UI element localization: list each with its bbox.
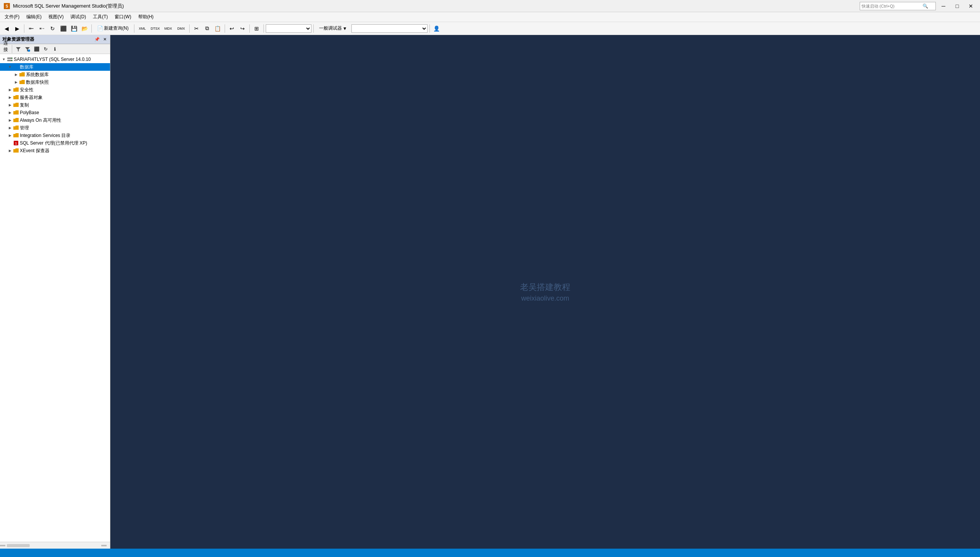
expand-icon-server-objects[interactable]: ▶: [7, 94, 13, 101]
expand-icon-polybase[interactable]: ▶: [7, 109, 13, 116]
toolbar-separator-5: [225, 24, 225, 33]
node-icon-management: [13, 125, 19, 131]
maximize-button[interactable]: □: [951, 2, 963, 10]
connect-button[interactable]: [26, 24, 36, 34]
node-icon-server-objects: [13, 94, 19, 101]
forward-button[interactable]: ▶: [12, 24, 22, 34]
node-label-management: 管理: [20, 125, 29, 131]
minimize-button[interactable]: ─: [938, 2, 949, 10]
database-selector[interactable]: [266, 24, 312, 33]
tree-node-sys-databases[interactable]: ▶ 系统数据库: [0, 71, 110, 78]
oe-filter-button[interactable]: [14, 45, 23, 53]
tree-node-always-on[interactable]: ▶ Always On 高可用性: [0, 116, 110, 124]
watermark-line1: 老吴搭建教程: [520, 282, 570, 293]
redo-button[interactable]: ↪: [238, 24, 247, 34]
dmx-button[interactable]: DMX: [175, 24, 187, 34]
expand-icon-management[interactable]: ▶: [7, 125, 13, 131]
tree-node-integration-services[interactable]: ▶ Integration Services 目录: [0, 132, 110, 139]
menu-item-window[interactable]: 窗口(W): [111, 13, 134, 21]
expand-icon-replication[interactable]: ▶: [7, 102, 13, 108]
new-query-button[interactable]: 📄 新建查询(N): [94, 24, 132, 34]
node-icon-server: [7, 56, 13, 62]
title-bar-left: S Microsoft SQL Server Management Studio…: [3, 2, 124, 10]
quick-search-input[interactable]: [862, 4, 923, 8]
svg-rect-3: [39, 28, 41, 29]
oe-horizontal-scrollbar[interactable]: [0, 542, 110, 549]
oe-pin-icon[interactable]: 📌: [94, 36, 100, 42]
undo-button[interactable]: ↩: [227, 24, 237, 34]
tree-node-db-snapshots[interactable]: ▶ 数据库快照: [0, 78, 110, 86]
node-label-always-on: Always On 高可用性: [20, 117, 61, 124]
toolbar-separator-2: [91, 24, 92, 33]
tree-node-sql-agent[interactable]: S SQL Server 代理(已禁用代理 XP): [0, 139, 110, 147]
node-label-databases: 数据库: [20, 64, 34, 70]
toolbar: ◀ ▶ ↻ ⬛ 💾 📂 📄 新建查询(N) XML DTSX MDX DMX ✂…: [0, 22, 980, 35]
node-icon-sql-agent: S: [13, 140, 19, 146]
stop-button[interactable]: ⬛: [58, 24, 68, 34]
disconnect-button[interactable]: [37, 24, 47, 34]
svg-text:S: S: [15, 142, 17, 145]
node-label-xevent: XEvent 探查器: [20, 148, 49, 154]
node-label-polybase: PolyBase: [20, 110, 39, 115]
oe-stop-button[interactable]: ⬛: [33, 45, 41, 53]
oe-connect-button[interactable]: 连接▼: [2, 45, 10, 53]
menu-bar: 文件(F)编辑(E)视图(V)调试(D)工具(T)窗口(W)帮助(H): [0, 12, 980, 22]
back-button[interactable]: ◀: [2, 24, 11, 34]
node-icon-security: [13, 87, 19, 93]
expand-icon-sql-agent[interactable]: [7, 140, 13, 146]
dtsx-button[interactable]: DTSX: [149, 24, 162, 34]
node-icon-db-snapshots: [19, 79, 25, 85]
quick-search-box[interactable]: 🔍: [860, 2, 936, 10]
tree-node-replication[interactable]: ▶ 复制: [0, 101, 110, 109]
expand-icon-server[interactable]: ▼: [1, 56, 7, 62]
grid-button[interactable]: ⊞: [252, 24, 261, 34]
paste-button[interactable]: 📋: [213, 24, 223, 34]
oe-close-icon[interactable]: ✕: [102, 36, 108, 42]
node-icon-always-on: [13, 117, 19, 123]
tree-node-server-objects[interactable]: ▶ 服务器对象: [0, 94, 110, 101]
svg-rect-14: [101, 545, 106, 546]
close-button[interactable]: ✕: [965, 2, 977, 10]
tree-node-server[interactable]: ▼ SARIAFI4TLYST (SQL Server 14.0.10: [0, 55, 110, 63]
cut-button[interactable]: ✂: [191, 24, 201, 34]
expand-icon-integration-services[interactable]: ▶: [7, 132, 13, 138]
menu-item-view[interactable]: 视图(V): [45, 13, 67, 21]
menu-item-tools[interactable]: 工具(T): [90, 13, 111, 21]
expand-icon-security[interactable]: ▶: [7, 87, 13, 93]
tree-node-xevent[interactable]: ▶ XEvent 探查器: [0, 147, 110, 155]
tree-node-security[interactable]: ▶ 安全性: [0, 86, 110, 94]
menu-item-help[interactable]: 帮助(H): [135, 13, 157, 21]
tree-node-databases[interactable]: ▼ 数据库: [0, 63, 110, 71]
oe-refresh-button[interactable]: ↻: [41, 45, 50, 53]
oe-header: 对象资源管理器 📌 ✕: [0, 35, 110, 44]
oe-filter-settings-button[interactable]: [23, 45, 32, 53]
node-label-db-snapshots: 数据库快照: [26, 79, 49, 86]
toolbar-separator-6: [249, 24, 250, 33]
main-layout: 对象资源管理器 📌 ✕ 连接▼ ⬛ ↻ ℹ ▼: [0, 35, 980, 549]
debugger-button[interactable]: 一般调试器 ▼: [315, 24, 351, 34]
expand-icon-databases[interactable]: ▼: [7, 64, 13, 70]
save-button[interactable]: 💾: [69, 24, 79, 34]
xml-button[interactable]: XML: [136, 24, 149, 34]
profile-button[interactable]: 👤: [432, 24, 442, 34]
tree-node-management[interactable]: ▶ 管理: [0, 124, 110, 132]
new-query-label: 新建查询(N): [104, 25, 129, 32]
expand-icon-sys-databases[interactable]: ▶: [13, 72, 19, 78]
menu-item-edit[interactable]: 编辑(E): [23, 13, 44, 21]
expand-icon-always-on[interactable]: ▶: [7, 117, 13, 123]
mdx-button[interactable]: MDX: [162, 24, 175, 34]
oe-summary-button[interactable]: ℹ: [51, 45, 59, 53]
expand-icon-xevent[interactable]: ▶: [7, 148, 13, 154]
menu-item-debug[interactable]: 调试(D): [67, 13, 89, 21]
debugger-dropdown[interactable]: [351, 24, 428, 33]
refresh-button[interactable]: ↻: [47, 24, 57, 34]
tree-node-polybase[interactable]: ▶ PolyBase: [0, 109, 110, 116]
svg-point-10: [11, 60, 12, 61]
menu-item-file[interactable]: 文件(F): [2, 13, 23, 21]
svg-rect-2: [29, 28, 31, 29]
open-button[interactable]: 📂: [80, 24, 90, 34]
oe-tree[interactable]: ▼ SARIAFI4TLYST (SQL Server 14.0.10▼ 数据库…: [0, 54, 110, 542]
copy-button[interactable]: ⧉: [202, 24, 212, 34]
expand-icon-db-snapshots[interactable]: ▶: [13, 79, 19, 85]
toolbar-separator-4: [189, 24, 189, 33]
